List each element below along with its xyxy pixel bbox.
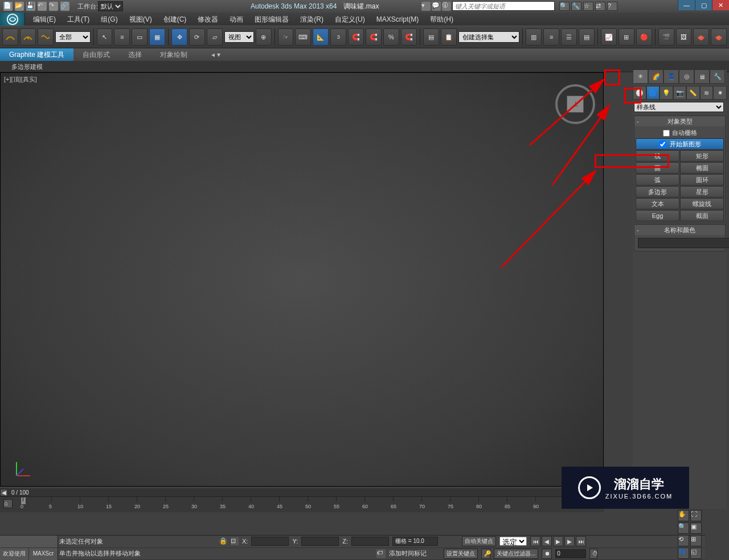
angle-snap-icon[interactable]: 3 [330, 28, 346, 46]
layer-manager-icon[interactable]: ☰ [561, 28, 577, 46]
workspace-dropdown[interactable]: 默认 [98, 1, 123, 11]
material-editor-icon[interactable]: 🔴 [636, 28, 652, 46]
name-color-header[interactable]: - 名称和颜色 [634, 225, 725, 235]
ribbon-toggle-icon[interactable]: ▤ [579, 28, 595, 46]
object-type-header[interactable]: - 对象类型 [634, 116, 725, 126]
spacewarps-subtab-icon[interactable]: ≋ [700, 86, 714, 100]
key-icon[interactable]: 🔧 [571, 2, 581, 11]
unlink-icon[interactable] [20, 28, 36, 46]
frame-number-input[interactable] [555, 549, 586, 558]
time-slider-prev-icon[interactable]: ◀ [0, 489, 8, 496]
named-selection-dropdown[interactable]: 创建选择集 [458, 31, 520, 43]
mirror-icon[interactable]: ▥ [526, 28, 542, 46]
fov-icon[interactable]: ▣ [690, 522, 702, 534]
render-iterative-icon[interactable]: 🫖 [711, 28, 727, 46]
arc-button[interactable]: 弧 [636, 174, 679, 186]
minimize-button[interactable]: — [678, 0, 695, 10]
shapes-subtab-icon[interactable]: 🌀 [646, 86, 660, 100]
menu-create[interactable]: 创建(C) [158, 13, 193, 26]
percent-snap-icon[interactable]: 🧲 [348, 28, 364, 46]
dropdown-icon[interactable]: ▾ [421, 2, 431, 11]
menu-help[interactable]: 帮助(H) [424, 13, 459, 26]
manipulate-icon[interactable]: ☞ [278, 28, 294, 46]
select-link-icon[interactable] [2, 28, 18, 46]
ribbon-tab-selection[interactable]: 选择 [119, 48, 151, 61]
auto-key-button[interactable]: 自动关键点 [462, 536, 496, 546]
maxscript-tab[interactable]: MAXScr [28, 548, 58, 560]
lights-subtab-icon[interactable]: 💡 [660, 86, 673, 100]
time-slider[interactable]: ◀ 0 / 100 ▶ [0, 488, 604, 496]
schematic-view-icon[interactable]: ⊞ [619, 28, 634, 46]
ribbon-tab-freeform[interactable]: 自由形式 [73, 48, 119, 61]
section-button[interactable]: 截面 [680, 210, 724, 221]
create-tab-icon[interactable]: ✳ [633, 69, 648, 84]
star-icon[interactable]: ☆ [583, 2, 593, 11]
qat-new-icon[interactable]: 📄 [3, 2, 13, 11]
viewport-label[interactable]: [+][顶][真实] [4, 75, 37, 84]
curve-editor-icon[interactable]: 📈 [601, 28, 617, 46]
display-tab-icon[interactable]: 🖥 [694, 69, 710, 84]
menu-group[interactable]: 组(G) [95, 13, 123, 26]
zoom-icon[interactable]: 🔍 [678, 522, 689, 534]
qat-open-icon[interactable]: 📂 [15, 2, 24, 11]
set-key-button[interactable]: 设置关键点 [444, 549, 478, 559]
menu-animation[interactable]: 动画 [224, 13, 249, 26]
modify-tab-icon[interactable]: 🌈 [648, 69, 664, 84]
cameras-subtab-icon[interactable]: 📷 [673, 86, 687, 100]
menu-tools[interactable]: 工具(T) [62, 13, 95, 26]
menu-maxscript[interactable]: MAXScript(M) [371, 13, 425, 26]
qat-undo-icon[interactable]: ↶ [38, 2, 47, 11]
max-toggle-icon[interactable]: ⊞ [690, 535, 702, 546]
helix-button[interactable]: 螺旋线 [680, 198, 724, 209]
donut-button[interactable]: 圆环 [680, 174, 724, 186]
edged-faces-icon[interactable]: 🧲 [401, 28, 417, 46]
percent-snap-2-icon[interactable]: % [383, 28, 399, 46]
window-crossing-icon[interactable]: ▦ [149, 28, 165, 46]
systems-subtab-icon[interactable]: ✷ [713, 86, 727, 100]
ribbon-expand-icon[interactable]: ◂ ▾ [208, 48, 223, 61]
named-sel-drop-icon[interactable]: ▤ [423, 28, 439, 46]
zoom-extents-icon[interactable]: ⛶ [690, 510, 702, 521]
pivot-center-icon[interactable]: ⊕ [256, 28, 272, 46]
snap-toggle-icon[interactable]: 📐 [313, 28, 329, 46]
key-selection-dropdown[interactable]: 选定对 [499, 537, 527, 546]
render-production-icon[interactable]: 🫖 [693, 28, 709, 46]
application-button[interactable] [0, 13, 25, 26]
utilities-tab-icon[interactable]: 🔧 [710, 69, 725, 84]
select-rotate-icon[interactable]: ⟳ [189, 28, 205, 46]
rectangular-region-icon[interactable]: ▭ [132, 28, 148, 46]
time-tag-label[interactable]: 添加时间标记 [389, 549, 427, 558]
ref-coord-dropdown[interactable]: 视图 [224, 31, 254, 43]
menu-edit[interactable]: 编辑(E) [27, 13, 62, 26]
select-move-icon[interactable]: ✥ [171, 28, 187, 46]
zoom-all-icon[interactable]: ◱ [690, 547, 702, 559]
help-icon[interactable]: ? [607, 2, 617, 11]
category-dropdown[interactable]: 样条线 [634, 102, 724, 112]
object-name-input[interactable] [638, 238, 729, 248]
lock-icon[interactable]: 🔒 [219, 537, 227, 545]
track-toggle-icon[interactable]: ⌂ [3, 499, 13, 508]
helpers-subtab-icon[interactable]: 📏 [686, 86, 700, 100]
render-setup-icon[interactable]: 🎬 [658, 28, 674, 46]
set-key-icon[interactable]: 🔑 [481, 549, 490, 559]
menu-graph-editors[interactable]: 图形编辑器 [249, 13, 294, 26]
qat-save-icon[interactable]: 💾 [26, 2, 35, 11]
select-object-icon[interactable]: ↖ [97, 28, 113, 46]
align-icon[interactable]: ≡ [543, 28, 559, 46]
text-button[interactable]: 文本 [636, 198, 679, 209]
next-frame-icon[interactable]: ▶ [564, 536, 575, 546]
spinner-snap-icon[interactable]: 🧲 [366, 28, 382, 46]
close-button[interactable]: ✕ [712, 0, 729, 10]
comm-icon[interactable]: 💬 [432, 2, 441, 11]
viewport[interactable]: [+][顶][真实] 上 [0, 72, 604, 487]
time-tag-icon[interactable]: 🏷 [376, 549, 386, 558]
select-by-name-icon[interactable]: ≡ [114, 28, 130, 46]
ellipse-button[interactable]: 椭圆 [680, 162, 724, 174]
z-coord-input[interactable] [351, 537, 389, 546]
y-coord-input[interactable] [301, 537, 339, 546]
search-icon[interactable]: 🔍 [559, 2, 570, 11]
x-coord-input[interactable] [251, 537, 289, 546]
menu-rendering[interactable]: 渲染(R) [294, 13, 329, 26]
isolate-icon[interactable]: ⊡ [231, 537, 239, 545]
time-config-icon[interactable]: ⏱ [589, 549, 597, 559]
